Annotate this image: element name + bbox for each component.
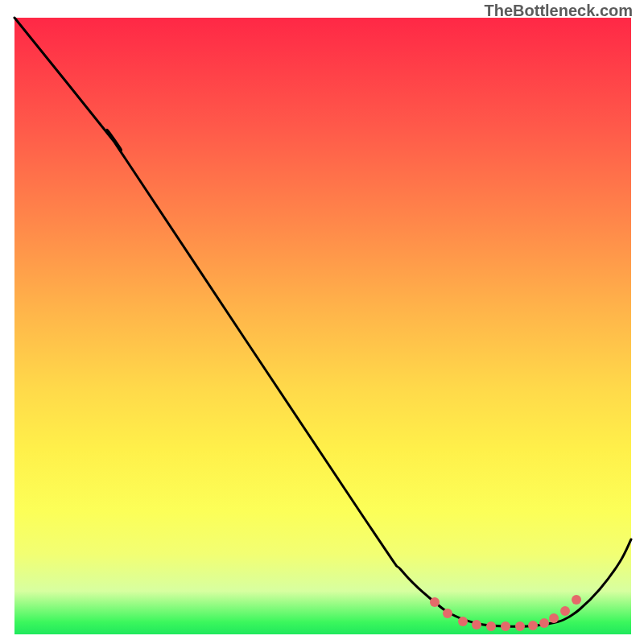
watermark-link[interactable] (407, 0, 644, 18)
gradient-background (14, 18, 631, 634)
chart-container: TheBottleneck.com (0, 0, 644, 644)
